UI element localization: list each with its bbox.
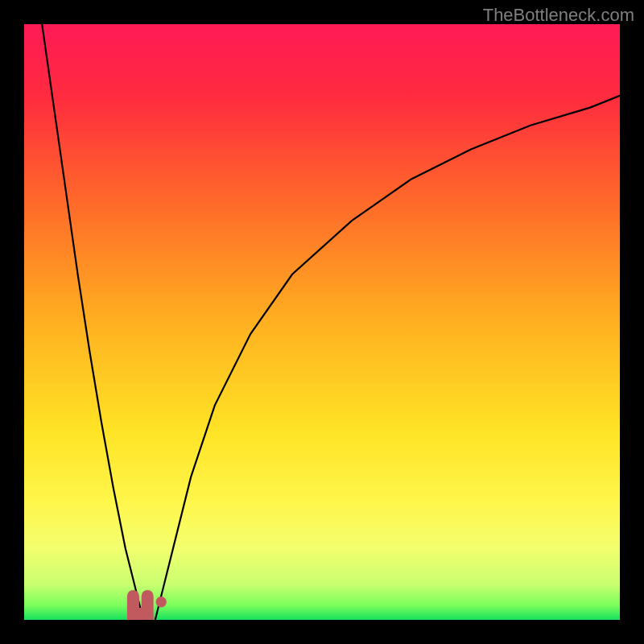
curve-left-branch	[42, 24, 143, 620]
curve-right-branch	[155, 96, 620, 620]
curves-layer	[24, 24, 620, 620]
plot-area	[24, 24, 620, 620]
outer-frame: TheBottleneck.com	[0, 0, 644, 644]
dot-marker	[156, 597, 167, 607]
watermark-text: TheBottleneck.com	[483, 5, 634, 26]
